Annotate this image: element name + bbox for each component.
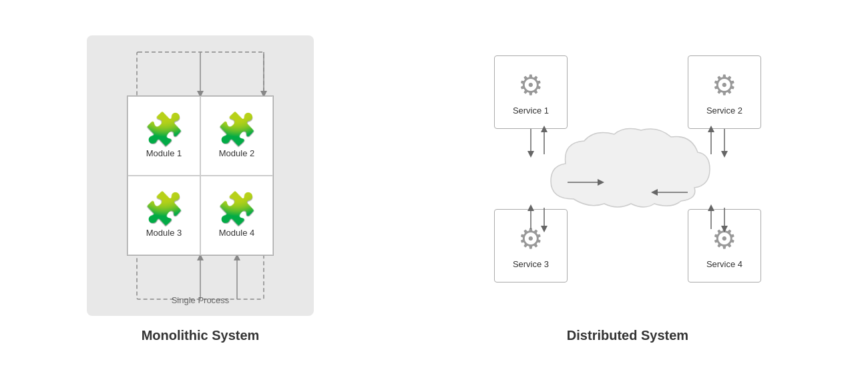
monolithic-side: 🧩 Module 1 🧩 Module 2 🧩 Module 3 🧩 Modul…: [87, 35, 314, 343]
service-4-label: Service 4: [706, 259, 742, 269]
gear-icon-3: ⚙: [518, 222, 544, 255]
service-3-label: Service 3: [513, 259, 549, 269]
svg-marker-18: [527, 151, 534, 158]
module-1-cell: 🧩 Module 1: [128, 96, 200, 176]
mono-diagram: 🧩 Module 1 🧩 Module 2 🧩 Module 3 🧩 Modul…: [87, 35, 314, 316]
gear-icon-2: ⚙: [712, 69, 737, 102]
dist-diagram: ⚙ Service 1 ⚙ Service 2 ⚙ Service 3 ⚙ Se…: [474, 35, 781, 316]
cloud-shape: [537, 122, 718, 226]
service-2-label: Service 2: [706, 106, 742, 116]
module-1-label: Module 1: [146, 148, 182, 158]
distributed-side: ⚙ Service 1 ⚙ Service 2 ⚙ Service 3 ⚙ Se…: [474, 35, 781, 343]
svg-marker-22: [721, 151, 728, 158]
puzzle-icon-4: 🧩: [217, 193, 257, 225]
service-2-box: ⚙ Service 2: [688, 55, 761, 129]
module-3-cell: 🧩 Module 3: [128, 176, 200, 255]
module-3-label: Module 3: [146, 228, 182, 238]
service-1-label: Service 1: [513, 106, 549, 116]
module-4-cell: 🧩 Module 4: [200, 176, 273, 255]
distributed-title: Distributed System: [567, 328, 688, 343]
single-process-label: Single Process: [172, 295, 230, 305]
mono-inner-box: 🧩 Module 1 🧩 Module 2 🧩 Module 3 🧩 Modul…: [127, 96, 274, 256]
service-1-box: ⚙ Service 1: [494, 55, 568, 129]
gear-icon-1: ⚙: [518, 69, 544, 102]
puzzle-icon-2: 🧩: [217, 114, 257, 146]
module-2-cell: 🧩 Module 2: [200, 96, 273, 176]
main-container: 🧩 Module 1 🧩 Module 2 🧩 Module 3 🧩 Modul…: [7, 9, 861, 369]
monolithic-title: Monolithic System: [142, 328, 260, 343]
gear-icon-4: ⚙: [712, 222, 737, 255]
module-4-label: Module 4: [219, 228, 254, 238]
puzzle-icon-1: 🧩: [144, 114, 184, 146]
puzzle-icon-3: 🧩: [144, 193, 184, 225]
module-2-label: Module 2: [219, 148, 254, 158]
